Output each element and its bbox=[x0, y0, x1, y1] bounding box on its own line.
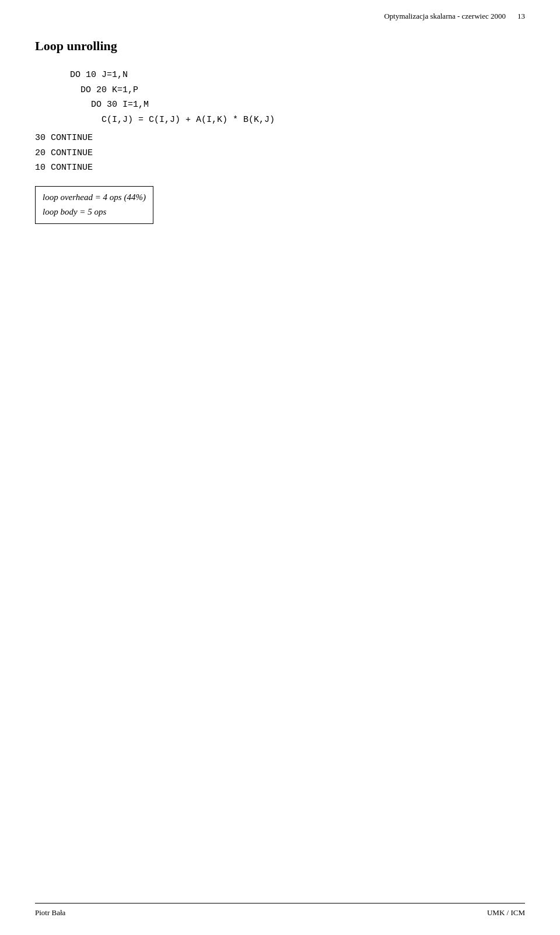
continue-lines: 30 CONTINUE 20 CONTINUE 10 CONTINUE bbox=[35, 131, 525, 176]
header-title: Optymalizacja skalarna - czerwiec 2000 bbox=[384, 12, 506, 21]
info-box: loop overhead = 4 ops (44%) loop body = … bbox=[35, 186, 153, 224]
info-line-2: loop body = 5 ops bbox=[43, 205, 146, 220]
footer-author: Piotr Bała bbox=[35, 908, 65, 918]
footer-org: UMK / ICM bbox=[487, 908, 525, 918]
code-line-3: DO 30 I=1,M bbox=[70, 97, 525, 113]
page-number: 13 bbox=[517, 12, 525, 21]
page-container: Optymalizacja skalarna - czerwiec 2000 1… bbox=[0, 0, 560, 935]
code-lines: DO 10 J=1,N DO 20 K=1,P DO 30 I=1,M C(I,… bbox=[70, 68, 525, 127]
section-title: Loop unrolling bbox=[35, 38, 525, 54]
continue-line-30: 30 CONTINUE bbox=[35, 131, 525, 146]
code-line-1: DO 10 J=1,N bbox=[70, 68, 525, 83]
main-content: Loop unrolling DO 10 J=1,N DO 20 K=1,P D… bbox=[35, 38, 525, 224]
continue-line-10: 10 CONTINUE bbox=[35, 160, 525, 176]
continue-line-20: 20 CONTINUE bbox=[35, 146, 525, 161]
page-footer: Piotr Bała UMK / ICM bbox=[35, 903, 525, 918]
code-line-2: DO 20 K=1,P bbox=[70, 83, 525, 98]
info-line-1: loop overhead = 4 ops (44%) bbox=[43, 190, 146, 205]
code-block: DO 10 J=1,N DO 20 K=1,P DO 30 I=1,M C(I,… bbox=[35, 68, 525, 176]
code-line-4: C(I,J) = C(I,J) + A(I,K) * B(K,J) bbox=[70, 113, 525, 128]
page-header: Optymalizacja skalarna - czerwiec 2000 1… bbox=[35, 12, 525, 21]
